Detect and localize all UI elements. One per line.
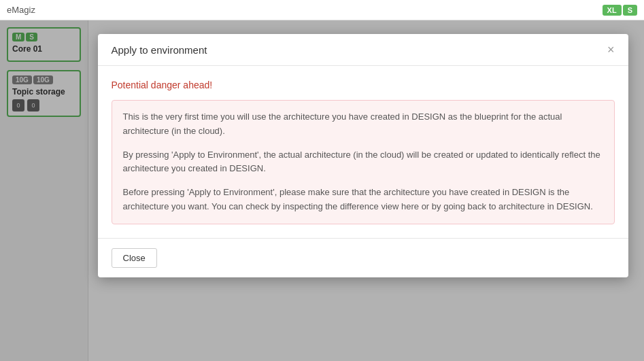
close-button[interactable]: Close — [112, 248, 157, 268]
env-badges-container: XL S — [603, 5, 637, 16]
app-header: eMagiz XL S — [0, 0, 644, 20]
modal-dialog: Apply to environment × Potential danger … — [98, 34, 628, 277]
info-paragraph-2: By pressing 'Apply to Environment', the … — [123, 148, 603, 177]
modal-footer: Close — [98, 238, 628, 277]
modal-close-icon-button[interactable]: × — [607, 44, 615, 56]
info-paragraph-1: This is the very first time you will use… — [123, 110, 603, 139]
app-logo: eMagiz — [7, 5, 35, 15]
info-box: This is the very first time you will use… — [112, 100, 615, 224]
modal-body: Potential danger ahead! This is the very… — [98, 66, 628, 238]
modal-header: Apply to environment × — [98, 34, 628, 66]
danger-heading: Potential danger ahead! — [112, 80, 615, 90]
badge-s: S — [623, 5, 637, 16]
badge-xl: XL — [603, 5, 622, 16]
info-paragraph-3: Before pressing 'Apply to Environment', … — [123, 186, 603, 214]
app-background: eMagiz XL S M S Core 01 10G 10G Topic st… — [0, 0, 644, 361]
modal-title: Apply to environment — [112, 44, 207, 56]
modal-overlay: Apply to environment × Potential danger … — [0, 20, 644, 361]
